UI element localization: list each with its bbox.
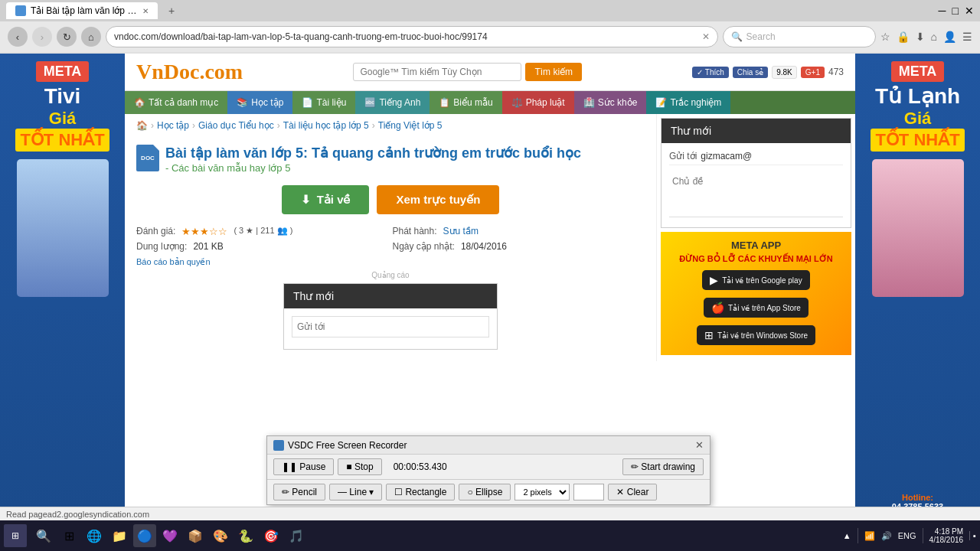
stars: ★★★☆☆ [181, 226, 227, 237]
nav-item-hoctap[interactable]: 📚 Học tập [227, 91, 292, 114]
taskbar-chrome-icon[interactable]: 🔵 [133, 524, 156, 547]
taskbar-app1-icon[interactable]: 🎯 [260, 524, 283, 547]
taskbar-python-icon[interactable]: 🐍 [234, 524, 257, 547]
home-toolbar-icon[interactable]: ⌂ [931, 31, 937, 43]
article-title: Bài tập làm văn lớp 5: Tả quang cảnh trư… [165, 145, 581, 162]
home-button[interactable]: ⌂ [81, 27, 101, 47]
vsdc-titlebar: VSDC Free Screen Recorder ✕ [267, 436, 710, 455]
bookmark-star-icon[interactable]: ☆ [880, 31, 890, 43]
status-bar: Read pagead2.googlesyndication.com [0, 507, 980, 520]
minimize-icon[interactable]: ─ [939, 5, 946, 17]
right-ad-gia: Giá [904, 109, 931, 129]
sidebar-subject-input[interactable] [669, 171, 843, 217]
nav-item-suckhoe[interactable]: 🏥 Sức khỏe [574, 91, 647, 114]
taskbar-view-icon[interactable]: ⊞ [57, 524, 80, 547]
forward-button[interactable]: › [32, 27, 52, 47]
report-link[interactable]: Báo cáo bản quyền [136, 257, 211, 266]
taskbar-lang[interactable]: ENG [898, 531, 916, 540]
breadcrumb-hoctap[interactable]: Học tập [157, 120, 189, 131]
address-bar[interactable]: vndoc.com/download/bai-tap-lam-van-lop-5… [106, 26, 718, 47]
doc-type-icon: DOC [136, 145, 159, 171]
taskbar-filezilla-icon[interactable]: 📦 [184, 524, 207, 547]
view-online-button[interactable]: Xem trực tuyến [377, 185, 499, 214]
tab-close-icon[interactable]: ✕ [142, 7, 149, 15]
home-breadcrumb-icon[interactable]: 🏠 [136, 120, 148, 131]
vsdc-pencil-tool[interactable]: ✏ Pencil [273, 484, 325, 500]
google-play-btn[interactable]: ▶ Tải về trên Google play [702, 270, 809, 290]
menu-icon[interactable]: ☰ [962, 31, 972, 43]
vsdc-stop-button[interactable]: ■ Stop [338, 458, 381, 475]
phat-hanh-label: Phát hành: [393, 226, 437, 237]
nav-item-tailieu[interactable]: 📄 Tài liệu [292, 91, 355, 114]
vsdc-app-icon [273, 440, 284, 451]
taskbar-show-desktop-icon[interactable]: ▪ [969, 531, 976, 540]
start-button[interactable]: ⊞ [4, 524, 27, 547]
vsdc-close-button[interactable]: ✕ [695, 439, 704, 451]
nav-item-all[interactable]: 🏠 Tất cả danh mục [125, 91, 227, 114]
breadcrumb-giao-duc-tieu-hoc[interactable]: Giáo dục Tiểu học [198, 120, 274, 131]
address-clear-icon[interactable]: ✕ [702, 31, 710, 42]
nav-item-bieumau[interactable]: 📋 Biểu mẫu [430, 91, 501, 114]
vsdc-rectangle-tool[interactable]: ☐ Rectangle [386, 484, 455, 500]
download-button[interactable]: ⬇ Tải về [282, 185, 370, 214]
app-store-btn[interactable]: 🍎 Tải về trên App Store [704, 298, 808, 318]
left-ad-tot-nhat: TỐT NHẤT [15, 129, 109, 152]
taskbar-app2-icon[interactable]: 🎵 [285, 524, 308, 547]
windows-icon: ⊞ [704, 329, 714, 341]
back-button[interactable]: ‹ [8, 27, 28, 47]
gplus-button[interactable]: G+1 [801, 67, 825, 78]
home-nav-icon: 🏠 [134, 97, 145, 108]
nav-item-phapluat[interactable]: ⚖️ Pháp luật [502, 91, 574, 114]
download-icon[interactable]: ⬇ [916, 31, 925, 43]
article-meta: Đánh giá: ★★★☆☆ ( 3 ★ | 211 👥 ) Phát hàn… [136, 222, 645, 256]
search-icon: 🔍 [731, 31, 743, 42]
taskbar-photoshop-icon[interactable]: 🎨 [209, 524, 232, 547]
vsdc-pixels-select[interactable]: 2 pixels [514, 484, 570, 500]
dung-luong-value: 201 KB [193, 241, 223, 252]
like-button[interactable]: ✓ Thích [692, 67, 729, 78]
vsdc-clear-button[interactable]: ✕ Clear [608, 484, 657, 500]
vsdc-line-dropdown-icon[interactable]: ▾ [369, 487, 374, 497]
new-tab-button[interactable]: + [164, 3, 179, 18]
article-container: DOC Bài tập làm văn lớp 5: Tả quang cảnh… [125, 137, 656, 361]
shield-icon[interactable]: 🔒 [897, 31, 910, 43]
nav-item-tracnghiem[interactable]: 📝 Trắc nghiệm [646, 91, 730, 114]
header-search-button[interactable]: Tìm kiếm [525, 63, 582, 81]
taskbar-viber-icon[interactable]: 💜 [158, 524, 181, 547]
taskbar-clock[interactable]: 4:18 PM 4/18/2016 [929, 527, 964, 544]
vsdc-color-picker[interactable] [573, 484, 604, 500]
taskbar-search-icon[interactable]: 🔍 [32, 524, 55, 547]
windows-store-btn[interactable]: ⊞ Tải về trên Windows Store [697, 325, 815, 345]
reload-button[interactable]: ↻ [57, 27, 77, 47]
maximize-icon[interactable]: □ [952, 5, 959, 17]
send-to-label: Gửi tới [669, 151, 697, 161]
nav-item-tienganh[interactable]: 🔤 Tiếng Anh [355, 91, 430, 114]
search-bar[interactable]: 🔍 Search [723, 26, 876, 47]
vsdc-pause-button[interactable]: ❚❚ Pause [273, 458, 334, 475]
right-ad-meta-logo: META [891, 61, 945, 82]
browser-tab[interactable]: Tải Bài tập làm văn lớp 5:... ✕ [6, 2, 158, 19]
reader-icon[interactable]: 👤 [943, 31, 956, 43]
taskbar-explorer-icon[interactable]: 📁 [108, 524, 131, 547]
phat-hanh-link[interactable]: Sưu tầm [443, 226, 479, 237]
close-icon[interactable]: ✕ [965, 5, 974, 17]
breadcrumb-tieng-viet[interactable]: Tiếng Việt lớp 5 [378, 120, 443, 131]
dung-luong-label: Dung lượng: [136, 241, 187, 252]
email-to-input-main[interactable] [292, 316, 489, 337]
taskbar-network-icon[interactable]: 📶 [864, 531, 875, 541]
header-search-input[interactable] [353, 63, 521, 81]
vndoc-header: VnDoc.com Tìm kiếm ✓ Thích Chia sẻ 9.8K … [125, 54, 855, 91]
breadcrumb-tai-lieu-lop5[interactable]: Tài liệu học tập lớp 5 [283, 120, 369, 131]
share-button[interactable]: Chia sẻ [733, 67, 768, 78]
taskbar-show-hidden-icon[interactable]: ▲ [843, 531, 851, 540]
taskbar-volume-icon[interactable]: 🔊 [881, 531, 892, 541]
vsdc-ellipse-tool[interactable]: ○ Ellipse [459, 484, 511, 500]
nav-item-tracnghiem-label: Trắc nghiệm [670, 97, 721, 108]
ngay-cap-nhat-row: Ngày cập nhật: 18/04/2016 [393, 241, 645, 252]
send-to-value: gizmacam@ [701, 151, 752, 161]
taskbar-ie-icon[interactable]: 🌐 [83, 524, 106, 547]
vsdc-start-drawing-button[interactable]: ✏ Start drawing [622, 458, 704, 475]
windows-store-label: Tải về trên Windows Store [717, 331, 808, 340]
left-ad-meta-logo: META [36, 61, 90, 82]
vsdc-line-tool[interactable]: — Line ▾ [329, 484, 382, 500]
